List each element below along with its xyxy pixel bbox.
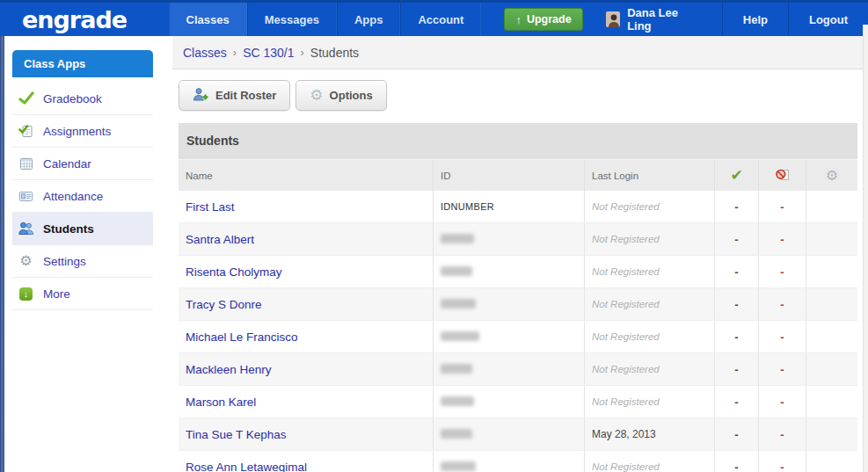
student-id [441,331,479,343]
sidebar-item-settings[interactable]: ⚙Settings [12,245,153,278]
check-column-value: - [715,223,759,255]
gear-icon: ⚙ [310,88,323,103]
last-login-value: Not Registered [592,299,660,309]
breadcrumb-item[interactable]: SC 130/1 [243,46,294,60]
upgrade-label: Upgrade [527,13,572,25]
student-name-link[interactable]: Risenta Cholymay [186,265,282,279]
student-id [441,461,476,472]
toolbar: Edit Roster ⚙ Options [179,80,857,111]
edit-roster-button[interactable]: Edit Roster [179,80,290,111]
student-name-link[interactable]: Marson Karel [186,396,256,409]
logout-link[interactable]: Logout [788,3,868,36]
ban-column-value: - [759,418,806,450]
ban-column-value: - [759,451,806,472]
assignments-icon [18,124,34,139]
sidebar-item-gradebook[interactable]: Gradebook [12,83,153,115]
student-name-link[interactable]: Michael Le Francisco [186,330,298,344]
ban-icon [775,167,791,184]
column-header-gear: ⚙ [806,160,857,191]
student-id [441,299,476,310]
sidebar-item-more[interactable]: ↓More [12,278,153,310]
student-name-link[interactable]: Mackleen Henry [186,363,272,376]
table-row: Santra Albert Not Registered - - [179,223,857,256]
redacted-id [441,396,474,406]
table-row: First Last IDNUMBER Not Registered - - [179,191,857,223]
student-name-link[interactable]: First Last [186,200,235,214]
ban-column-value: - [759,191,806,222]
table-row: Michael Le Francisco Not Registered - - [179,321,857,353]
ban-column-value: - [759,256,806,287]
top-nav: engrade ClassesMessagesAppsAccount ↑ Upg… [0,0,868,36]
column-header-last-login[interactable]: Last Login [585,160,715,191]
table-row: Risenta Cholymay Not Registered - - [179,256,857,288]
check-column-value: - [715,353,759,385]
last-login-value: Not Registered [592,396,660,407]
scrollbar[interactable] [863,25,868,472]
last-login-value: Not Registered [592,266,660,277]
check-column-value: - [715,418,759,450]
student-id [441,234,474,245]
sidebar-item-label: Calendar [43,157,91,171]
table-title: Students [179,123,857,159]
nav-tab-messages[interactable]: Messages [247,3,337,36]
upgrade-button[interactable]: ↑ Upgrade [504,8,582,31]
table-row: Tina Sue T Kephas May 28, 2013 - - [179,418,857,451]
engrade-logo[interactable]: engrade [0,3,169,36]
column-header-ban [759,160,806,191]
nav-tab-apps[interactable]: Apps [337,3,401,36]
last-login-value: Not Registered [592,461,660,472]
sidebar-item-assignments[interactable]: Assignments [12,115,153,148]
check-column-value: - [715,256,759,287]
table-row: Marson Karel Not Registered - - [179,386,857,418]
sidebar-item-label: Attendance [43,190,103,203]
main-area: Classes›SC 130/1›Students Edit Roster ⚙ … [172,36,868,472]
redacted-id [441,266,472,276]
table-header-row: Name ID Last Login ✔ ⚙ [179,159,857,191]
table-row: Mackleen Henry Not Registered - - [179,353,857,386]
breadcrumb-item[interactable]: Classes [183,46,227,60]
student-name-link[interactable]: Tracy S Donre [186,298,262,311]
nav-tab-classes[interactable]: Classes [169,3,247,36]
student-name-link[interactable]: Rose Ann Letawegimal [186,461,307,472]
student-name-link[interactable]: Tina Sue T Kephas [186,428,287,441]
nav-right: Dana Lee Ling Help Logout [583,3,868,36]
nav-tab-account[interactable]: Account [400,3,481,36]
sidebar-item-calendar[interactable]: Calendar [12,148,153,180]
last-login-value: Not Registered [592,331,660,342]
check-column-value: - [715,288,759,320]
nav-tabs: ClassesMessagesAppsAccount [169,3,482,36]
settings-gear-icon: ⚙ [18,254,34,269]
options-button[interactable]: ⚙ Options [295,80,386,111]
student-id [441,364,472,375]
ban-column-value: - [759,386,806,418]
edit-roster-label: Edit Roster [215,89,276,102]
column-header-name[interactable]: Name [179,160,434,191]
students-table: Students Name ID Last Login ✔ ⚙ First La… [179,123,857,472]
ban-column-value: - [759,353,806,385]
sidebar-item-students[interactable]: Students [12,213,153,245]
sidebar-item-label: Settings [43,255,86,268]
user-name: Dana Lee Ling [627,6,699,33]
sidebar-item-label: Students [43,222,94,236]
sidebar-item-attendance[interactable]: Attendance [12,180,153,213]
options-label: Options [330,89,373,102]
ban-column-value: - [759,288,806,320]
ban-column-value: - [759,223,806,255]
column-header-id[interactable]: ID [434,160,585,191]
breadcrumb-separator: › [301,46,304,59]
student-id [441,266,472,278]
column-header-check: ✔ [715,160,759,191]
students-icon [18,221,34,236]
help-link[interactable]: Help [722,3,788,36]
student-name-link[interactable]: Santra Albert [186,233,254,246]
sidebar-header: Class Apps [12,50,153,77]
last-login-value: Not Registered [592,364,660,374]
student-id [441,429,472,440]
sidebar-item-label: Assignments [43,125,111,138]
last-login-value: Not Registered [592,201,660,212]
more-icon: ↓ [18,287,34,301]
gear-icon: ⚙ [826,169,838,183]
user-menu[interactable]: Dana Lee Ling [583,3,722,36]
check-column-value: - [715,321,759,352]
student-id [441,396,474,408]
